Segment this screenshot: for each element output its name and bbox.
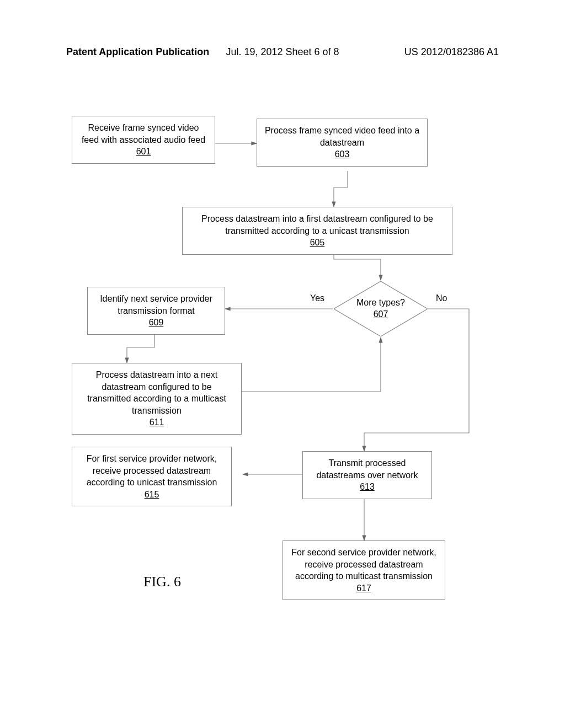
box-611-ref: 611 (150, 417, 164, 427)
box-603-ref: 603 (335, 149, 350, 159)
box-605-ref: 605 (310, 238, 325, 247)
box-611: Process datastream into a next datastrea… (72, 363, 242, 435)
box-609-ref: 609 (149, 318, 164, 327)
box-617-text: For second service provider network, rec… (291, 548, 436, 581)
box-605: Process datastream into a first datastre… (182, 207, 452, 255)
decision-607: More types? 607 (334, 281, 428, 336)
box-611-text: Process datastream into a next datastrea… (87, 370, 226, 415)
header-center: Jul. 19, 2012 Sheet 6 of 8 (226, 46, 339, 58)
flowchart: Receive frame synced video feed with ass… (72, 116, 497, 612)
box-613-text: Transmit processed datastreams over netw… (316, 458, 418, 480)
box-603: Process frame synced video feed into a d… (257, 119, 428, 167)
box-601: Receive frame synced video feed with ass… (72, 116, 215, 164)
label-yes: Yes (310, 293, 324, 303)
box-601-text: Receive frame synced video feed with ass… (82, 123, 205, 144)
box-613: Transmit processed datastreams over netw… (302, 451, 432, 499)
box-603-text: Process frame synced video feed into a d… (265, 126, 419, 147)
page-header: Patent Application Publication Jul. 19, … (66, 46, 499, 58)
box-613-ref: 613 (360, 482, 375, 491)
header-left: Patent Application Publication (66, 46, 209, 58)
box-615-ref: 615 (145, 490, 159, 499)
header-right: US 2012/0182386 A1 (404, 46, 499, 58)
box-615: For first service provider network, rece… (72, 447, 232, 506)
box-617: For second service provider network, rec… (282, 540, 445, 600)
box-615-text: For first service provider network, rece… (87, 454, 217, 487)
decision-607-text: More types? (356, 297, 405, 309)
decision-607-ref: 607 (374, 309, 388, 320)
figure-label: FIG. 6 (143, 574, 181, 590)
label-no: No (436, 293, 447, 303)
box-609: Identify next service provider transmiss… (87, 287, 225, 335)
box-617-ref: 617 (356, 584, 371, 593)
box-609-text: Identify next service provider transmiss… (100, 294, 212, 315)
box-601-ref: 601 (136, 147, 151, 156)
box-605-text: Process datastream into a first datastre… (201, 214, 433, 235)
